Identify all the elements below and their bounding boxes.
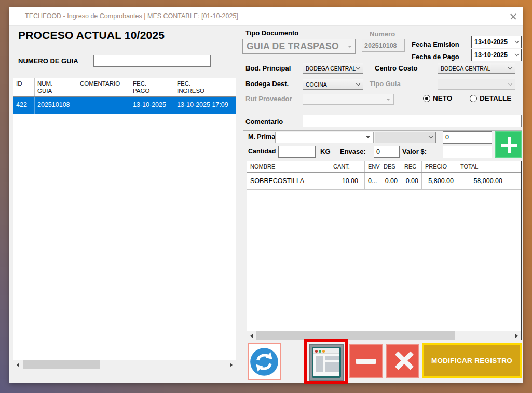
chevron-down-icon bbox=[348, 46, 352, 48]
detail-table-hscrollbar[interactable] bbox=[247, 331, 521, 340]
chevron-down-icon bbox=[356, 65, 360, 69]
detail-table-header: NOMBRECANT.ENVDESRECPRECIOTOTAL bbox=[247, 161, 521, 173]
radio-neto-control[interactable]: NETO bbox=[423, 94, 452, 102]
modificar-registro-button[interactable]: MODIFICAR REGISTRO bbox=[422, 343, 522, 378]
chevron-down-icon bbox=[508, 81, 512, 85]
detail-view-button[interactable] bbox=[309, 344, 344, 381]
column-header: NUM. GUIA bbox=[35, 78, 77, 96]
chevron-down-icon bbox=[356, 81, 360, 85]
detail-table[interactable]: NOMBRECANT.ENVDESRECPRECIOTOTAL SOBRECOS… bbox=[247, 161, 522, 340]
guide-list-header: IDNUM. GUIACOMENTARIOFEC. PAGOFEC. INGRE… bbox=[13, 78, 236, 97]
cancel-button[interactable] bbox=[386, 344, 419, 378]
scrollbar-thumb[interactable] bbox=[23, 360, 100, 369]
valor-input[interactable] bbox=[443, 146, 492, 158]
cantidad-label: Cantidad bbox=[248, 148, 276, 155]
minus-icon bbox=[356, 359, 376, 364]
numero-guia-input[interactable] bbox=[93, 55, 211, 67]
guide-list-cell: 13-10-2025 bbox=[130, 97, 174, 114]
envase-label: Envase: bbox=[340, 148, 366, 156]
unidad-combo[interactable] bbox=[375, 132, 436, 143]
guide-list[interactable]: IDNUM. GUIACOMENTARIOFEC. PAGOFEC. INGRE… bbox=[13, 78, 236, 369]
column-header bbox=[506, 161, 521, 172]
column-header: NOMBRE bbox=[247, 161, 330, 172]
column-header: TOTAL bbox=[457, 161, 506, 172]
fecha-pago-value: 13-10-2025 bbox=[474, 51, 508, 59]
scroll-right-icon[interactable] bbox=[512, 331, 521, 340]
remove-item-button[interactable] bbox=[349, 344, 383, 378]
scroll-right-icon[interactable] bbox=[227, 360, 236, 369]
radio-circle bbox=[470, 95, 477, 102]
scrollbar-thumb[interactable] bbox=[256, 331, 455, 340]
tipo-guia-label: Tipo Guia bbox=[370, 80, 401, 88]
numero-guia-label: NUMERO DE GUIA bbox=[18, 57, 78, 65]
chevron-down-icon bbox=[508, 65, 512, 69]
valor-label: Valor $: bbox=[402, 148, 427, 156]
bod-principal-value: BODEGA CENTRAL bbox=[306, 65, 356, 72]
column-header: COMENTARIO bbox=[77, 78, 130, 96]
radio-circle bbox=[423, 95, 430, 102]
detail-table-body: SOBRECOSTILLA10.000...0.000.005,800.0058… bbox=[247, 173, 521, 190]
tipo-documento-label: Tipo Documento bbox=[245, 29, 298, 37]
guide-list-body: 42220251010813-10-202513-10-2025 17:091 bbox=[13, 97, 236, 114]
chevron-down-icon bbox=[386, 99, 390, 101]
divider bbox=[243, 130, 522, 131]
column-header: PRECIO bbox=[422, 161, 457, 172]
window-title: TECHFOOD - Ingreso de Comprobantes | MES… bbox=[25, 12, 238, 20]
close-button[interactable] bbox=[509, 12, 518, 21]
detail-table-cell: SOBRECOSTILLA bbox=[247, 173, 330, 189]
radio-detalle-control[interactable]: DETALLE bbox=[470, 94, 511, 102]
radio-neto-label: NETO bbox=[433, 94, 452, 102]
bodega-dest-value: COCINA bbox=[306, 81, 327, 88]
bodega-dest-label: Bodega Dest. bbox=[245, 80, 289, 88]
fecha-pago-picker[interactable]: 13-10-2025 bbox=[471, 49, 522, 61]
column-header: REC bbox=[401, 161, 422, 172]
detail-table-row[interactable]: SOBRECOSTILLA10.000...0.000.005,800.0058… bbox=[247, 173, 521, 190]
scroll-left-icon[interactable] bbox=[247, 331, 256, 340]
radio-dot bbox=[425, 97, 428, 100]
detail-table-cell: 0.00 bbox=[380, 173, 401, 189]
centro-costo-label: Centro Costo bbox=[375, 64, 417, 72]
column-header: FEC. INGRESO bbox=[174, 78, 233, 96]
bod-principal-label: Bod. Principal bbox=[245, 64, 291, 72]
centro-costo-combo[interactable]: BODECA CENTRAL bbox=[438, 63, 515, 74]
chevron-down-icon bbox=[366, 136, 370, 138]
chevron-down-icon bbox=[515, 39, 519, 43]
add-item-button[interactable] bbox=[495, 131, 522, 158]
chevron-down-icon bbox=[515, 52, 519, 56]
numero-input bbox=[362, 39, 405, 52]
comentario-input[interactable] bbox=[303, 115, 522, 127]
page-title: PROCESO ACTUAL 10/2025 bbox=[18, 29, 165, 41]
guide-list-hscrollbar[interactable] bbox=[13, 360, 236, 369]
monto-input[interactable] bbox=[443, 131, 492, 144]
guide-list-cell bbox=[77, 97, 130, 114]
detail-table-cell: 5,800.00 bbox=[422, 173, 457, 189]
guide-list-cell: 13-10-2025 17:09 bbox=[174, 97, 233, 114]
tipo-documento-combo[interactable]: GUIA DE TRASPASO bbox=[242, 39, 356, 54]
envase-input[interactable] bbox=[374, 146, 400, 158]
bod-principal-combo[interactable]: BODEGA CENTRAL bbox=[303, 63, 363, 74]
column-header: CANT. bbox=[330, 161, 365, 172]
fecha-emision-label: Fecha Emision bbox=[412, 40, 459, 48]
refresh-button[interactable] bbox=[248, 343, 281, 380]
column-header: ENV bbox=[365, 161, 380, 172]
column-header: DES bbox=[380, 161, 401, 172]
m-prima-combo[interactable] bbox=[275, 132, 374, 143]
fecha-emision-picker[interactable]: 13-10-2025 bbox=[471, 36, 522, 48]
refresh-sync-icon bbox=[250, 347, 279, 376]
cantidad-input[interactable] bbox=[278, 146, 316, 158]
bodega-dest-combo[interactable]: COCINA bbox=[303, 79, 363, 90]
centro-costo-value: BODECA CENTRAL bbox=[441, 65, 490, 72]
scroll-left-icon[interactable] bbox=[13, 360, 22, 369]
detail-table-cell: 0.00 bbox=[401, 173, 422, 189]
guide-list-cell: 1 bbox=[233, 97, 236, 114]
detail-table-cell: 58,000.00 bbox=[457, 173, 506, 189]
app-window: TECHFOOD - Ingreso de Comprobantes | MES… bbox=[9, 7, 523, 383]
detail-table-cell bbox=[506, 173, 521, 189]
numero-label: Numero bbox=[370, 30, 395, 38]
rut-proveedor-label: Rut Proveedor bbox=[245, 95, 292, 103]
guide-list-row[interactable]: 42220251010813-10-202513-10-2025 17:091 bbox=[13, 97, 236, 114]
column-header: ID bbox=[13, 78, 35, 96]
guide-list-cell: 422 bbox=[13, 97, 35, 114]
window-layout-icon bbox=[312, 347, 341, 378]
detail-table-cell: 10.00 bbox=[330, 173, 365, 189]
